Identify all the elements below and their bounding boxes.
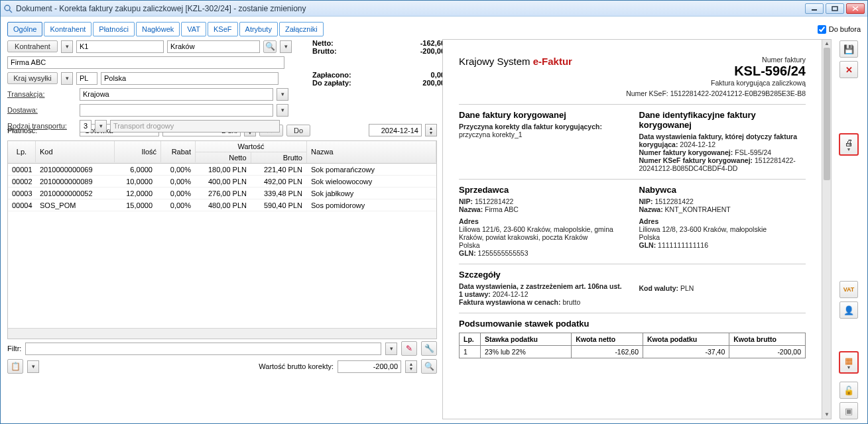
sec1-r3: Numer KSeF faktury korygowanej: 15122814… — [639, 156, 806, 172]
col-netto[interactable]: Netto — [196, 152, 251, 163]
close-button[interactable] — [846, 3, 865, 14]
minimize-button[interactable] — [805, 3, 824, 14]
ksef-send-icon[interactable]: ▦▼ — [839, 352, 858, 373]
user-icon[interactable]: 👤 — [839, 301, 858, 319]
filter-edit-icon[interactable]: ✎ — [401, 341, 417, 356]
preview-scrollbar[interactable]: ▲ ▼ — [822, 40, 831, 419]
kraj-code-input[interactable] — [76, 72, 97, 85]
svg-point-0 — [5, 5, 10, 11]
tab-atrybuty[interactable]: Atrybuty — [239, 22, 278, 36]
ksef-number: Numer KSeF: 1512281422-20241212-E0B29B28… — [626, 89, 806, 97]
do-bufora-input[interactable] — [818, 25, 826, 34]
lookup-dropdown-icon[interactable]: ▾ — [280, 40, 292, 53]
delete-icon[interactable]: ✕ — [839, 61, 858, 78]
lock-icon[interactable]: 🔓 — [839, 382, 858, 399]
titlebar: Dokument - Korekta faktury zakupu zalicz… — [1, 1, 867, 17]
stack-icon[interactable]: ▣ — [839, 402, 858, 419]
content-area: Ogólne Kontrahent Płatności Nagłówek VAT… — [1, 17, 867, 423]
kontrahent-button[interactable]: Kontrahent — [7, 40, 58, 52]
col-kod[interactable]: Kod — [36, 141, 115, 162]
kontrahent-code-input[interactable] — [76, 40, 164, 53]
main-columns: Kontrahent ▾ 🔍 ▾ Kraj wysyłki ▾ — [7, 39, 861, 419]
filter-label: Filtr: — [7, 344, 21, 352]
rodzaj-dropdown-icon[interactable]: ▾ — [95, 120, 107, 132]
actions-icon[interactable]: 📋 — [7, 359, 23, 374]
scroll-thumb[interactable] — [824, 48, 830, 180]
sec1-right-header: Dane identyfikacyjne faktury korygowanej — [639, 110, 806, 130]
col-brutto[interactable]: Brutto — [251, 152, 307, 163]
preview-search-icon[interactable]: 🔍 — [421, 359, 437, 374]
rodzaj-label: Rodzaj transportu: — [7, 122, 76, 130]
sec1-r2: Numer faktury korygowanej: FSL-595/24 — [639, 148, 806, 156]
tab-zalaczniki[interactable]: Załączniki — [279, 22, 324, 36]
kraj-button[interactable]: Kraj wysyłki — [7, 72, 58, 84]
brutto-value: -200,00 — [420, 47, 445, 55]
totals-box: Netto:-162,60 Brutto:-200,00 Zapłacono:0… — [312, 39, 445, 87]
kontrahent-dropdown-icon[interactable]: ▾ — [61, 40, 73, 53]
lookup-icon[interactable]: 🔍 — [263, 40, 277, 53]
grid-header: Lp. Kod Ilość Rabat Wartość Netto Brutto… — [8, 141, 436, 164]
wartosc-label: Wartość brutto korekty: — [259, 362, 334, 370]
tab-vat[interactable]: VAT — [181, 22, 206, 36]
col-nazwa[interactable]: Nazwa — [307, 141, 436, 162]
preview-content[interactable]: Krajowy System e-Faktur Numer faktury KS… — [443, 40, 822, 419]
table-row[interactable]: 00002201000000008910,00000,00%400,00 PLN… — [8, 176, 436, 187]
tab-naglowek[interactable]: Nagłówek — [136, 22, 180, 36]
tab-ogolne[interactable]: Ogólne — [7, 22, 42, 36]
kontrahent-name-input[interactable] — [7, 56, 284, 69]
scroll-down-icon[interactable]: ▼ — [824, 411, 830, 418]
wartosc-spinner-icon[interactable]: ▲▼ — [405, 360, 417, 373]
netto-label: Netto: — [312, 39, 334, 47]
kraj-dropdown-icon[interactable]: ▾ — [61, 72, 73, 85]
numer-faktury: KSL-596/24 — [626, 64, 806, 79]
numer-faktury-label: Numer faktury — [626, 56, 806, 64]
grid-hscroll[interactable] — [8, 328, 436, 339]
kontrahent-city-input[interactable] — [167, 40, 260, 53]
table-row[interactable]: 00004SOS_POM15,00000,00%480,00 PLN590,40… — [8, 199, 436, 211]
sec1-r1: Data wystawienia faktury, której dotyczy… — [639, 132, 806, 148]
seller-header: Sprzedawca — [459, 185, 626, 195]
buyer-header: Nabywca — [639, 185, 806, 195]
grid-body[interactable]: 0000120100000000696,00000,00%180,00 PLN2… — [8, 164, 436, 328]
preview-subtitle: Faktura korygująca zaliczkową — [626, 79, 806, 87]
col-ilosc[interactable]: Ilość — [115, 141, 161, 162]
transakcja-dropdown-icon[interactable]: ▾ — [277, 88, 288, 101]
dostawa-input[interactable] — [80, 104, 273, 117]
col-wartosc: Wartość — [196, 141, 306, 152]
netto-value: -162,60 — [420, 39, 445, 47]
maximize-button[interactable] — [826, 3, 844, 14]
print-icon[interactable]: 🖨▼ — [839, 134, 858, 155]
save-icon[interactable]: 💾 — [839, 40, 858, 58]
filter-tool-icon[interactable]: 🔧 — [421, 341, 437, 356]
app-window: Dokument - Korekta faktury zakupu zalicz… — [0, 0, 868, 424]
vat-icon[interactable]: VAT — [839, 281, 858, 298]
sec1-l1: Przyczyna korekty dla faktur korygującyc… — [459, 123, 626, 138]
tax-table: Lp. Stawka podatku Kwota netto Kwota pod… — [459, 333, 806, 358]
tab-ksef[interactable]: KSeF — [208, 22, 238, 36]
actions-dropdown-icon[interactable]: ▾ — [27, 360, 39, 373]
zaplacono-label: Zapłacono: — [312, 71, 351, 79]
dostawa-dropdown-icon[interactable]: ▾ — [277, 104, 288, 117]
window-buttons — [805, 3, 865, 14]
transakcja-input[interactable] — [80, 88, 273, 101]
tab-kontrahent[interactable]: Kontrahent — [44, 22, 92, 36]
rodzaj-num-input[interactable] — [80, 120, 92, 132]
table-row[interactable]: 00003201000000005212,00000,00%276,00 PLN… — [8, 187, 436, 199]
table-row[interactable]: 0000120100000000696,00000,00%180,00 PLN2… — [8, 164, 436, 176]
tab-platnosci[interactable]: Płatności — [93, 22, 135, 36]
sec1-left-header: Dane faktury korygowanej — [459, 110, 626, 120]
scroll-up-icon[interactable]: ▲ — [824, 40, 830, 47]
toolbar-column: 💾 ✕ 🖨▼ VAT 👤 ▦▼ 🔓 ▣ — [837, 39, 861, 419]
svg-line-1 — [9, 10, 12, 13]
tabs-row: Ogólne Kontrahent Płatności Nagłówek VAT… — [7, 22, 861, 36]
left-pane: Kontrahent ▾ 🔍 ▾ Kraj wysyłki ▾ — [7, 39, 437, 419]
filter-input[interactable] — [25, 343, 381, 355]
do-bufora-checkbox[interactable]: Do bufora — [818, 25, 861, 34]
filter-dropdown-icon[interactable]: ▾ — [385, 343, 397, 355]
kraj-name-input[interactable] — [101, 72, 279, 85]
col-rabat[interactable]: Rabat — [161, 141, 196, 162]
col-wartosc-group: Wartość Netto Brutto — [196, 141, 307, 163]
items-grid: Lp. Kod Ilość Rabat Wartość Netto Brutto… — [7, 140, 437, 339]
col-lp[interactable]: Lp. — [8, 141, 36, 162]
wartosc-input[interactable] — [338, 360, 401, 373]
